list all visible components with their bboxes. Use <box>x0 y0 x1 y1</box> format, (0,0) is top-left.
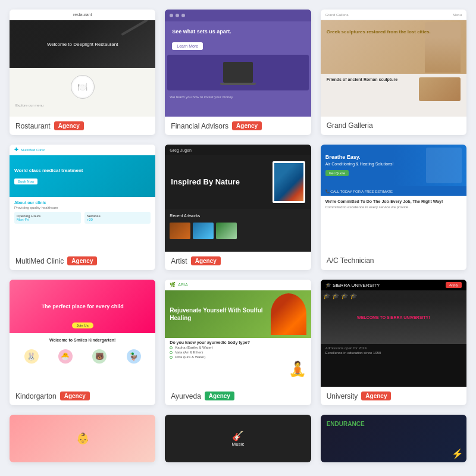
content-section: Do you know your ayurvedic body type? Ka… <box>165 338 311 361</box>
welcome-text: Welcome to Smiles Kindergarten! <box>10 333 155 347</box>
hero-text: Welcome to Deeplight Restaurant <box>47 42 118 47</box>
subtitle: Explore our menu <box>15 104 149 107</box>
card-ac[interactable]: Breathe Easy. Air Conditioning & Heating… <box>321 145 466 270</box>
card-footer: A/C Technician <box>321 252 466 270</box>
welcome-text: WELCOME TO SIERRA UNIVERSITY! <box>357 315 430 320</box>
card-label: A/C Technician <box>327 256 374 265</box>
hero-sub: Air Conditioning & Heating Solutions! <box>325 162 394 166</box>
artwork-thumb-2 <box>193 223 214 239</box>
card-partial-1[interactable]: 👶 <box>10 415 155 462</box>
card-partial-2[interactable]: 🎸 Music <box>165 415 311 462</box>
commitment-text: We're Committed To Do The Job-Every Job,… <box>325 199 462 203</box>
card-footer: Grand Galleria <box>321 117 466 134</box>
card-footer: Rostaurant Agency <box>10 117 155 135</box>
option-3: Pitta (Fire & Water) <box>170 355 306 359</box>
card-restaurant[interactable]: restaurant Welcome to Deeplight Restaura… <box>10 10 155 135</box>
card-partial-3[interactable]: ENDURANCE ⚡ <box>321 415 466 462</box>
hero-image <box>426 148 462 183</box>
thumbnail-row <box>170 223 306 239</box>
icon-bear: 🐻 <box>92 349 107 364</box>
cta-button[interactable]: Learn More <box>172 42 203 50</box>
hero-section: Greek sculptures restored from the lost … <box>321 20 466 74</box>
card-label: MultiMed Clinic <box>15 257 64 265</box>
artwork-thumb-1 <box>170 223 190 239</box>
badge-agency[interactable]: Agency <box>191 256 221 265</box>
icon-duck: 🦆 <box>127 349 141 364</box>
topbar: Greg Jugen <box>165 145 311 155</box>
option-2: Vata (Air & Ether) <box>170 350 306 354</box>
preview-clinic: ✚ MultiMed Clinic World class medical tr… <box>10 145 155 252</box>
topbar: 🎓 SIERRA UNIVERSITY Apply <box>321 280 466 290</box>
hero-text: World class medical treatment <box>14 167 83 174</box>
topbar: restaurant <box>10 10 155 20</box>
laptop-area <box>167 55 308 90</box>
plate-image: 🍽️ <box>71 75 95 99</box>
hero-section: Rejuvenate Yourself With Soulful Healing <box>165 290 311 338</box>
card-galleria[interactable]: Grand Galleria Menu Greek sculptures res… <box>321 10 466 135</box>
preview-ac: Breathe Easy. Air Conditioning & Heating… <box>321 145 466 252</box>
about-section: About our clinic Providing quality healt… <box>10 197 155 227</box>
sub-text: We teach you how to invest your money <box>165 93 311 101</box>
card-footer: Kindorgarton Agency <box>10 387 155 405</box>
painting-image <box>273 161 305 203</box>
card-university[interactable]: 🎓 SIERRA UNIVERSITY Apply 🎓 🎓 🎓 🎓 WELCOM… <box>321 280 466 405</box>
question-text: Do you know your ayurvedic body type? <box>170 340 306 345</box>
topbar <box>165 10 311 21</box>
preview-galleria: Grand Galleria Menu Greek sculptures res… <box>321 10 466 117</box>
content-section: Admissions open for 2024 Excellence in e… <box>321 344 466 357</box>
card-financial[interactable]: See what sets us apart. Learn More We te… <box>165 10 311 135</box>
option-1: Kapha (Earthy & Water) <box>170 346 306 349</box>
hero-text: See what sets us apart. <box>165 21 311 39</box>
hero-text: Inspired By Nature <box>171 177 272 187</box>
cta-button[interactable]: Join Us <box>72 322 93 328</box>
card-footer: Financial Advisors Agency <box>165 117 311 135</box>
preview-partial-2: 🎸 Music <box>165 415 311 462</box>
partial-icon: 👶 <box>76 432 89 445</box>
hero-text: The perfect place for every child <box>42 303 124 311</box>
card-kinder[interactable]: The perfect place for every child Join U… <box>10 280 155 405</box>
info-card-2: Services+20 <box>84 212 151 224</box>
badge-agency[interactable]: Agency <box>232 121 262 130</box>
preview-partial-3: ENDURANCE ⚡ <box>321 415 466 462</box>
badge-agency[interactable]: Agency <box>361 392 391 400</box>
preview-artist: Greg Jugen Inspired By Nature Recent Art… <box>165 145 311 252</box>
thumbnail <box>419 77 461 101</box>
content-section: We're Committed To Do The Job-Every Job,… <box>321 196 466 212</box>
content-section: 🍽️ Explore our menu <box>10 68 155 112</box>
card-label: Ayurveda <box>171 392 201 400</box>
info-cards: Opening HoursMon-Fri Services+20 <box>14 212 151 224</box>
brand-icon: ⚡ <box>452 448 464 459</box>
description: Committed to excellence in every service… <box>325 205 462 209</box>
topbar: Grand Galleria Menu <box>321 10 466 20</box>
hero-section: 🎓 🎓 🎓 🎓 WELCOME TO SIERRA UNIVERSITY! <box>321 290 466 344</box>
badge-agency[interactable]: Agency <box>54 121 84 130</box>
recent-title: Recent Artworks <box>170 214 306 218</box>
preview-partial-1: 👶 <box>10 415 155 462</box>
badge-agency[interactable]: Agency <box>205 392 234 400</box>
hero-section: The perfect place for every child Join U… <box>10 280 155 333</box>
spice-image <box>271 293 306 335</box>
badge-agency[interactable]: Agency <box>67 256 97 265</box>
brand-logo: ENDURANCE <box>327 421 365 427</box>
character-icons: 🐰 🐣 🐻 🦆 <box>10 347 155 366</box>
card-footer: Artist Agency <box>165 252 311 270</box>
preview-financial: See what sets us apart. Learn More We te… <box>165 10 311 117</box>
hero-section: Welcome to Deeplight Restaurant <box>10 20 155 68</box>
icon-chick: 🐣 <box>58 349 73 364</box>
content-section: Friends of ancient Roman sculpture <box>321 74 466 87</box>
apply-badge[interactable]: Apply <box>446 282 462 288</box>
hero-section: Breathe Easy. Air Conditioning & Heating… <box>321 145 466 186</box>
card-clinic[interactable]: ✚ MultiMed Clinic World class medical tr… <box>10 145 155 270</box>
card-label: Financial Advisors <box>171 122 228 130</box>
hero-button[interactable]: Book Now <box>14 178 37 184</box>
card-artist[interactable]: Greg Jugen Inspired By Nature Recent Art… <box>165 145 311 270</box>
preview-kinder: The perfect place for every child Join U… <box>10 280 155 387</box>
card-label: Grand Galleria <box>327 121 373 130</box>
card-ayurveda[interactable]: 🌿 ARIA Rejuvenate Yourself With Soulful … <box>165 280 311 405</box>
cta-button[interactable]: Get Quote <box>325 170 349 176</box>
options-list: Kapha (Earthy & Water) Vata (Air & Ether… <box>170 346 306 359</box>
phone-bar: 📞 CALL TODAY FOR A FREE ESTIMATE <box>321 186 466 196</box>
badge-agency[interactable]: Agency <box>60 392 90 400</box>
yoga-image: 🧘 <box>289 361 306 377</box>
hero-text: Breathe Easy. <box>325 154 394 161</box>
